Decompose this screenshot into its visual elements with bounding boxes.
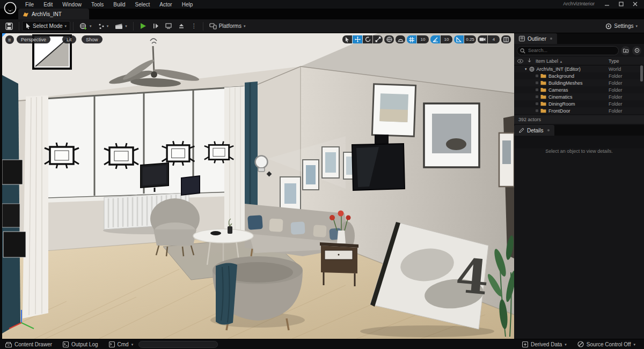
outliner-row-folder[interactable]: Cameras Folder [514,86,644,93]
rotation-snap-value[interactable]: 10 [441,35,452,43]
multiplayer-options-button[interactable] [162,21,175,31]
scale-snap-value[interactable]: 0.25 [464,35,476,43]
visibility-toggle-icon[interactable] [536,95,538,98]
world-space-toggle[interactable] [384,35,394,43]
grid-snap-value[interactable]: 10 [417,35,429,43]
outliner-row-world[interactable]: ▾ ArchVis_INT (Editor) World [514,65,644,72]
select-tool-button[interactable] [342,35,352,43]
folder-icon [540,101,546,106]
scene-curtain-right[interactable] [224,86,245,237]
scale-snap-toggle[interactable] [454,35,464,43]
scene-screen-2[interactable] [181,176,200,195]
rotate-tool-button[interactable] [363,35,372,43]
scene-curtain-teal[interactable] [245,81,258,214]
expand-chevron-icon[interactable]: ▾ [525,67,527,71]
dots-icon: ⋮ [191,23,197,29]
menu-help[interactable]: Help [177,1,198,8]
outliner-row-folder[interactable]: FrontDoor Folder [514,107,644,114]
scene-frame-large[interactable] [424,103,479,167]
select-mode-dropdown[interactable]: Select Mode ▾ [22,21,70,31]
visibility-toggle-icon[interactable] [536,109,538,112]
save-button[interactable] [2,21,16,31]
item-label-column[interactable]: Item Label ▲ [536,58,563,64]
tab-outliner[interactable]: Outliner [514,33,557,44]
console-command-input[interactable] [138,341,218,348]
rotation-snap-toggle[interactable] [430,35,440,43]
tab-details[interactable]: Details [514,125,554,136]
save-icon [5,23,13,30]
level-icon [23,11,29,17]
visibility-toggle-icon[interactable] [536,75,538,77]
source-control-button[interactable]: Source Control Off ▾ [572,341,641,347]
output-log-button[interactable]: Output Log [57,339,103,349]
menu-build[interactable]: Build [108,1,130,8]
launch-button[interactable] [175,21,188,31]
scene-frame-beach[interactable] [372,84,415,137]
menu-file[interactable]: File [20,1,39,8]
menu-select[interactable]: Select [130,1,155,8]
outliner-scrollbar[interactable] [640,65,643,81]
play-button[interactable] [136,21,150,31]
outliner-row-folder[interactable]: Background Folder [514,72,644,79]
move-tool-button[interactable] [353,35,362,43]
pin-column-icon[interactable] [528,58,531,63]
type-column[interactable]: Type [609,58,619,64]
chevron-down-icon: ▾ [90,24,92,28]
scene-tub-chair[interactable] [210,256,305,330]
outliner-status: 392 actors [514,115,644,124]
frame-skip-button[interactable] [150,21,162,31]
maximize-viewport-button[interactable] [501,35,511,43]
cinematics-button[interactable]: ▾ [112,21,130,31]
viewport-show-dropdown[interactable]: Show [82,35,103,43]
menu-actor[interactable]: Actor [155,1,177,8]
menu-tools[interactable]: Tools [86,1,108,8]
settings-dropdown[interactable]: Settings ▾ [602,21,641,31]
tab-options-icon[interactable] [550,38,552,40]
minimize-icon[interactable] [600,0,614,8]
outliner-row-folder[interactable]: BuildingMeshes Folder [514,79,644,86]
platforms-dropdown[interactable]: Platforms ▾ [206,21,249,31]
content-drawer-button[interactable]: Content Drawer [0,339,57,349]
visibility-toggle-icon[interactable] [536,102,538,105]
details-empty-text: Select an object to view details. [514,148,644,154]
visibility-column-icon[interactable] [517,59,523,63]
outliner-search-input[interactable] [517,46,619,55]
level-tab[interactable]: ArchVis_INT [18,9,89,19]
chevron-down-icon: ▾ [65,24,67,28]
folder-icon [540,73,546,78]
cmd-dropdown[interactable]: Cmd ▾ [104,339,139,349]
unreal-logo-icon[interactable] [4,2,17,14]
close-icon[interactable] [628,0,642,8]
tab-options-icon[interactable] [547,129,550,131]
play-options-button[interactable]: ⋮ [188,21,200,31]
viewport-3d[interactable]: 4 [2,33,514,339]
menu-window[interactable]: Window [57,1,86,8]
status-bar: Content Drawer Output Log Cmd ▾ Derived … [0,339,644,349]
blueprints-button[interactable]: ▾ [95,21,112,31]
grid-snap-toggle[interactable] [407,35,416,43]
camera-speed-value[interactable]: 4 [488,35,500,43]
outliner-settings-button[interactable] [632,46,641,55]
viewport-lit-dropdown[interactable]: Lit [62,35,76,43]
viewport-menu-button[interactable]: ≡ [5,35,14,44]
add-actor-button[interactable]: ▾ [76,21,95,31]
scale-tool-button[interactable] [373,35,383,43]
menu-edit[interactable]: Edit [39,1,57,8]
output-log-label: Output Log [71,341,98,347]
window-title: ArchVizInterior [563,1,595,6]
surface-snap-button[interactable] [396,35,405,43]
maximize-icon[interactable] [614,0,628,8]
outliner-row-folder[interactable]: Cinematics Folder [514,93,644,100]
camera-speed-button[interactable] [478,35,487,43]
visibility-toggle-icon[interactable] [536,88,538,91]
perspective-label: Perspective [21,37,46,42]
outliner-row-folder[interactable]: DiningRoom Folder [514,100,644,107]
folder-icon [540,80,546,85]
create-folder-button[interactable] [621,46,630,55]
platforms-icon [209,23,217,29]
visibility-toggle-icon[interactable] [536,81,538,84]
derived-data-button[interactable]: Derived Data ▾ [517,341,572,347]
cmd-icon [109,341,115,347]
chevron-down-icon: ▾ [565,343,567,346]
viewport-perspective-dropdown[interactable]: Perspective [17,35,50,43]
